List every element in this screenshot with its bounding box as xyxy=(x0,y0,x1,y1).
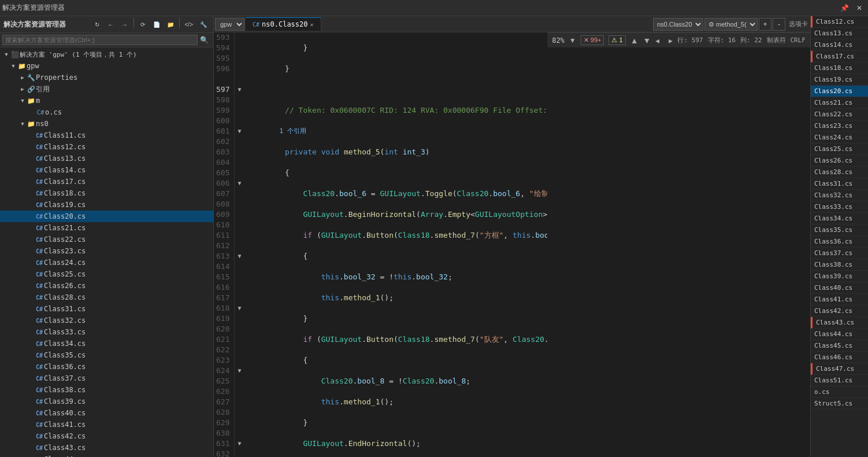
expand-arrow[interactable]: ▼ xyxy=(2,51,10,57)
list-item[interactable]: Class47.cs xyxy=(811,363,868,375)
expand-arrow[interactable]: ▼ xyxy=(18,121,27,127)
collapse-618[interactable]: ▼ xyxy=(235,303,244,314)
list-item[interactable]: C#Class24.cs xyxy=(0,257,213,268)
tree-item-m-folder[interactable]: ▼ 📁 m xyxy=(0,95,213,106)
list-item[interactable]: Class38.cs xyxy=(811,259,868,271)
list-item[interactable]: C#Class43.cs xyxy=(0,442,213,454)
list-item[interactable]: C#Class39.cs xyxy=(0,396,213,407)
namespace-dropdown[interactable]: ns0.Class20 xyxy=(653,18,703,31)
list-item[interactable]: Class40.cs xyxy=(811,282,868,294)
list-item[interactable]: Class34.cs xyxy=(811,213,868,224)
list-item[interactable]: C#Class21.cs xyxy=(0,222,213,234)
collapse-597[interactable]: ▼ xyxy=(235,84,244,95)
nav-back-button[interactable]: + xyxy=(759,18,771,31)
undo-btn[interactable]: ← xyxy=(105,18,117,31)
list-item[interactable]: Class46.cs xyxy=(811,352,868,363)
solution-tree[interactable]: ▼ ⬛ 解决方案 'gpw' (1 个项目，共 1 个) ▼ 📁 gpw ▶ 🔧… xyxy=(0,47,213,457)
code-editor[interactable]: 593 594 595 596 597 598 599 600 601 602 … xyxy=(214,32,810,457)
code-scroll-area[interactable]: 593 594 595 596 597 598 599 600 601 602 … xyxy=(214,32,547,457)
wrench-btn[interactable]: 🔧 xyxy=(197,18,210,31)
list-item[interactable]: Class31.cs xyxy=(811,178,868,190)
scroll-down-button[interactable]: ▼ xyxy=(643,36,651,45)
list-item[interactable]: Class21.cs xyxy=(811,97,868,109)
method-dropdown[interactable]: ⚙ method_5( xyxy=(704,18,758,31)
list-item[interactable]: Class43.cs xyxy=(811,317,868,329)
close-button[interactable]: ✕ xyxy=(853,2,866,14)
scroll-up-button[interactable]: ▲ xyxy=(630,36,639,45)
list-item[interactable]: C#Class26.cs xyxy=(0,280,213,292)
class-list[interactable]: Class12.cs Class13.cs Class14.cs Class17… xyxy=(811,16,868,457)
list-item[interactable]: Class20.cs xyxy=(811,86,868,97)
scroll-right-button[interactable]: ▸ xyxy=(669,36,673,45)
list-item[interactable]: C#Class38.cs xyxy=(0,384,213,396)
tree-item-properties[interactable]: ▶ 🔧 Properties xyxy=(0,72,213,83)
list-item[interactable]: Class18.cs xyxy=(811,62,868,74)
list-item[interactable]: C#Class20.cs xyxy=(0,211,213,222)
list-item[interactable]: o.cs xyxy=(811,386,868,398)
list-item[interactable]: Struct5.cs xyxy=(811,398,868,410)
list-item[interactable]: C#Class40.cs xyxy=(0,407,213,419)
list-item[interactable]: C#Class34.cs xyxy=(0,338,213,349)
list-item[interactable]: Class25.cs xyxy=(811,143,868,155)
expand-arrow[interactable]: ▶ xyxy=(18,75,27,80)
list-item[interactable]: Class37.cs xyxy=(811,248,868,259)
list-item[interactable]: Class42.cs xyxy=(811,305,868,317)
tree-item-ns0[interactable]: ▼ 📁 ns0 xyxy=(0,118,213,130)
list-item[interactable]: Class17.cs xyxy=(811,51,868,62)
expand-arrow[interactable]: ▼ xyxy=(18,98,27,104)
list-item[interactable]: C#Class22.cs xyxy=(0,234,213,245)
list-item[interactable]: Class24.cs xyxy=(811,132,868,143)
list-item[interactable]: C#Class12.cs xyxy=(0,141,213,153)
list-item[interactable]: Class23.cs xyxy=(811,120,868,132)
error-indicator[interactable]: ✕ 99+ xyxy=(581,35,604,45)
list-item[interactable]: C#Class18.cs xyxy=(0,187,213,199)
list-item[interactable]: C#Class35.cs xyxy=(0,349,213,361)
collapse-630[interactable]: ▼ xyxy=(235,438,244,449)
collapse-613[interactable]: ▼ xyxy=(235,251,244,261)
list-item[interactable]: Class33.cs xyxy=(811,201,868,213)
collapse-601[interactable]: ▼ xyxy=(235,126,244,137)
scroll-left-button[interactable]: ◂ xyxy=(655,36,659,45)
list-item[interactable]: Class51.cs xyxy=(811,375,868,386)
redo-btn[interactable]: → xyxy=(118,18,131,31)
list-item[interactable]: C#Class11.cs xyxy=(0,130,213,141)
list-item[interactable]: C#Class37.cs xyxy=(0,373,213,384)
list-item[interactable]: Class12.cs xyxy=(811,16,868,28)
list-item[interactable]: Class13.cs xyxy=(811,28,868,39)
list-item[interactable]: C#Class23.cs xyxy=(0,245,213,257)
list-item[interactable]: Class19.cs xyxy=(811,74,868,86)
list-item[interactable]: C#Class17.cs xyxy=(0,176,213,187)
sync-btn[interactable]: ↻ xyxy=(91,18,103,31)
list-item[interactable]: Class41.cs xyxy=(811,294,868,305)
new-folder-btn[interactable]: 📁 xyxy=(164,18,177,31)
file-dropdown-left[interactable]: gpw xyxy=(215,18,244,31)
list-item[interactable]: C#Class42.cs xyxy=(0,430,213,442)
zoom-button[interactable]: ▼ xyxy=(569,36,576,45)
list-item[interactable]: Class45.cs xyxy=(811,340,868,352)
tab-close-icon[interactable]: ✕ xyxy=(310,21,314,28)
expand-arrow[interactable]: ▶ xyxy=(18,86,27,92)
list-item[interactable]: C#Class13.cs xyxy=(0,153,213,164)
code-content[interactable]: } } // Token: 0x0600007C RID: 124 RVA: 0… xyxy=(244,32,547,457)
search-input[interactable] xyxy=(2,35,198,45)
refresh-btn[interactable]: ⟳ xyxy=(136,18,149,31)
list-item[interactable]: C#Class36.cs xyxy=(0,361,213,373)
new-file-btn[interactable]: 📄 xyxy=(150,18,163,31)
list-item[interactable]: C#Class14.cs xyxy=(0,164,213,176)
list-item[interactable]: Class36.cs xyxy=(811,236,868,248)
active-tab[interactable]: C# ns0.Class20 ✕ xyxy=(246,17,321,31)
warning-indicator[interactable]: ⚠ 1 xyxy=(609,35,625,45)
tree-item-ocs[interactable]: C# o.cs xyxy=(0,106,213,118)
list-item[interactable]: Class28.cs xyxy=(811,167,868,178)
list-item[interactable]: C#Class25.cs xyxy=(0,268,213,280)
pin-button[interactable]: 📌 xyxy=(837,2,852,14)
code-btn[interactable]: </> xyxy=(182,18,196,31)
list-item[interactable]: Class35.cs xyxy=(811,224,868,236)
search-button[interactable]: 🔍 xyxy=(198,35,211,45)
list-item[interactable]: Class44.cs xyxy=(811,329,868,340)
list-item[interactable]: C#Class31.cs xyxy=(0,303,213,315)
list-item[interactable]: C#Class44.cs xyxy=(0,454,213,457)
collapse-606[interactable]: ▼ xyxy=(235,178,244,189)
list-item[interactable]: C#Class28.cs xyxy=(0,292,213,303)
tree-item-references[interactable]: ▶ 🔗 引用 xyxy=(0,83,213,95)
